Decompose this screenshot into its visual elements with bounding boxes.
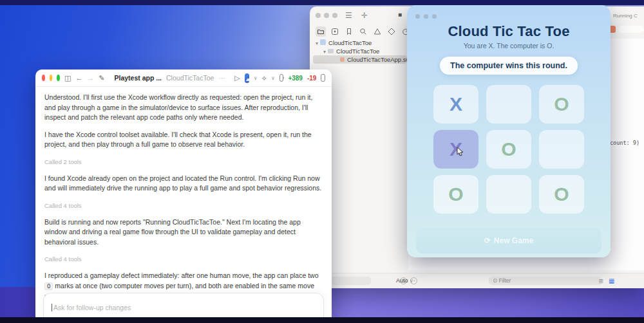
- project-navigator-icon[interactable]: [316, 26, 326, 37]
- scheme-pill[interactable]: [618, 26, 644, 33]
- diff-removed-count: -19: [307, 75, 316, 82]
- minimize-icon[interactable]: [50, 75, 53, 81]
- issue-navigator-icon[interactable]: [372, 26, 383, 37]
- letterbox-top: [0, 0, 644, 5]
- tab-playtest[interactable]: Playtest app ...: [115, 74, 162, 82]
- stop-button-icon[interactable]: ■: [398, 11, 402, 18]
- assistant-message: I found Xcode already open on the projec…: [44, 174, 323, 194]
- board-cell-2-0[interactable]: O: [433, 175, 478, 214]
- review-panel-icon[interactable]: [321, 74, 325, 82]
- board-cell-1-1[interactable]: O: [486, 130, 531, 169]
- zoom-icon[interactable]: [57, 75, 60, 81]
- agent-chat-window: ◫ ← → ✎ Playtest app ... CloudTicTacToe …: [35, 69, 332, 323]
- back-arrow-icon[interactable]: ←: [75, 75, 82, 82]
- console-filter-input[interactable]: ⊙ Filter: [489, 277, 602, 285]
- overflow-menu-icon[interactable]: ⋯: [218, 75, 225, 82]
- board-cell-2-1[interactable]: [486, 175, 531, 214]
- add-tab-icon[interactable]: ✛: [361, 11, 368, 20]
- close-icon[interactable]: [415, 14, 420, 19]
- board-cell-0-1[interactable]: [486, 85, 531, 124]
- tab-project[interactable]: CloudTicTacToe: [166, 74, 214, 82]
- console-list-icon[interactable]: ≣: [598, 277, 603, 284]
- context-icon[interactable]: [279, 74, 284, 82]
- mouse-cursor-icon: [457, 147, 465, 157]
- debug-bar: lter ◷ ◔ Auto ∨ ⊙ Filter ≣ ▦: [310, 273, 644, 288]
- board-cell-2-2[interactable]: O: [539, 175, 584, 214]
- new-game-button[interactable]: ⟳ New Game: [416, 228, 601, 254]
- new-chat-icon[interactable]: ✎: [99, 75, 104, 82]
- minimize-icon[interactable]: [324, 13, 329, 18]
- tree-project-label: CloudTicTacToe: [328, 39, 372, 46]
- assistant-message: Understood. I'll first use the Xcode wor…: [44, 93, 323, 123]
- chevron-down-icon[interactable]: ▾: [316, 41, 318, 46]
- letterbox-bottom: [0, 317, 644, 323]
- run-icon[interactable]: ▷: [234, 75, 240, 82]
- diff-added-count: +389: [288, 75, 303, 82]
- tool-call-summary[interactable]: Called 4 tools: [44, 255, 323, 263]
- recents-menu-icon[interactable]: ☰: [345, 11, 352, 20]
- board-cell-1-2[interactable]: [539, 130, 584, 169]
- tree-group-label: CloudTicTacToe: [336, 48, 379, 55]
- board-cell-0-2[interactable]: O: [539, 85, 584, 124]
- sidebar-toggle-icon[interactable]: ◫: [64, 75, 71, 82]
- test-navigator-icon[interactable]: [386, 26, 397, 37]
- board-cell-1-0[interactable]: X: [433, 130, 478, 169]
- bookmarks-navigator-icon[interactable]: [344, 26, 354, 37]
- target-icon[interactable]: ⟡: [262, 75, 267, 82]
- inline-code-chip: O: [44, 282, 53, 290]
- desktop: ☰ ✛ ■ ▾CloudTicTacToe: [0, 0, 644, 323]
- game-status-banner: The computer wins this round.: [440, 57, 578, 75]
- zoom-icon[interactable]: [432, 14, 437, 19]
- assistant-message: Build is running and now reports "Runnin…: [44, 217, 323, 248]
- chat-titlebar[interactable]: ◫ ← → ✎ Playtest app ... CloudTicTacToe …: [35, 69, 332, 87]
- tictactoe-window: Cloud Tic Tac Toe You are X. The compute…: [407, 5, 611, 257]
- chevron-down-icon[interactable]: ▾: [323, 49, 326, 55]
- swift-file-icon: [340, 57, 345, 62]
- tool-call-summary[interactable]: Called 4 tools: [44, 202, 323, 209]
- zoom-icon[interactable]: [332, 13, 337, 18]
- forward-arrow-icon[interactable]: →: [87, 75, 94, 82]
- board-cell-0-0[interactable]: X: [433, 85, 478, 124]
- game-board: X O X O O O: [433, 85, 584, 214]
- console-panel-icon[interactable]: ▦: [609, 277, 614, 284]
- folder-icon: [328, 49, 334, 53]
- chat-transcript[interactable]: Understood. I'll first use the Xcode wor…: [35, 87, 332, 323]
- close-icon[interactable]: [316, 13, 321, 18]
- game-subtitle: You are X. The computer is O.: [407, 42, 611, 50]
- find-navigator-icon[interactable]: [358, 26, 368, 37]
- chevron-down-icon[interactable]: ∨: [271, 75, 275, 81]
- model-chip-icon[interactable]: [245, 73, 249, 83]
- minimize-icon[interactable]: [424, 14, 428, 19]
- code-fragment: count: 9): [610, 140, 639, 146]
- chevron-down-icon[interactable]: ∨: [254, 75, 258, 81]
- source-control-icon[interactable]: [330, 26, 340, 37]
- tree-file-label: CloudTicTacToeApp.swift: [347, 56, 415, 63]
- refresh-icon: ⟳: [484, 236, 491, 245]
- variables-scope-select[interactable]: Auto ∨: [396, 277, 413, 284]
- close-icon[interactable]: [42, 75, 45, 81]
- activity-status-text: Running C: [613, 13, 644, 19]
- assistant-message: I have the Xcode control toolset availab…: [44, 130, 323, 150]
- tool-call-summary[interactable]: Called 2 tools: [44, 158, 323, 165]
- app-project-icon: [320, 39, 326, 45]
- game-title: Cloud Tic Tac Toe: [407, 23, 611, 40]
- chat-input-placeholder: Ask for follow-up changes: [52, 304, 131, 311]
